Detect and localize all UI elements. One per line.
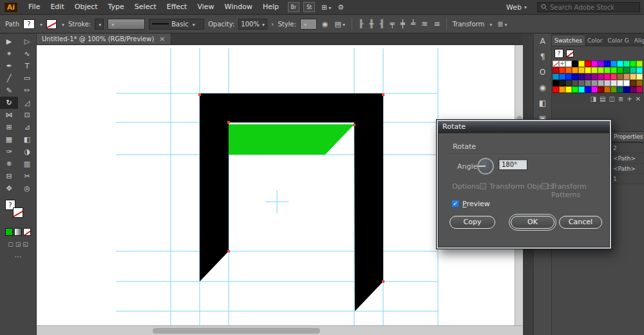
swatch[interactable] bbox=[630, 61, 636, 67]
copy-button[interactable]: Copy bbox=[450, 216, 495, 229]
swatch[interactable] bbox=[591, 80, 598, 86]
menu-edit[interactable]: Edit bbox=[45, 0, 69, 14]
tool-gradient[interactable]: ◧ bbox=[18, 133, 36, 146]
new-swatch-icon[interactable]: + bbox=[627, 95, 632, 102]
swatch[interactable] bbox=[598, 80, 604, 86]
document-tab[interactable]: Untitled-1* @ 100% (RGB/Preview) × bbox=[37, 34, 171, 44]
swatch[interactable] bbox=[553, 61, 559, 67]
anchor-point[interactable] bbox=[198, 93, 201, 96]
swatch-kind-icon[interactable]: ◫ bbox=[609, 95, 614, 102]
graphic-styles-panel-icon[interactable]: ◧ bbox=[534, 95, 551, 111]
swatch[interactable] bbox=[598, 73, 604, 80]
stroke-color-swatch[interactable] bbox=[46, 19, 57, 29]
paragraph-panel-icon[interactable]: ¶ bbox=[534, 49, 551, 64]
align-center-icon[interactable]: ╫ bbox=[368, 19, 375, 28]
menu-view[interactable]: View bbox=[192, 0, 219, 14]
recolor-artwork-icon[interactable]: ◉ bbox=[321, 20, 330, 28]
opentype-panel-icon[interactable]: O bbox=[534, 64, 551, 80]
tool-type[interactable]: T bbox=[18, 60, 36, 72]
swatch[interactable] bbox=[578, 80, 585, 86]
stock-search-box[interactable] bbox=[537, 2, 640, 12]
more-options-icon[interactable]: ≣ bbox=[496, 20, 508, 28]
swatch[interactable] bbox=[559, 86, 565, 93]
menu-effect[interactable]: Effect bbox=[162, 0, 193, 14]
swatch[interactable] bbox=[636, 67, 643, 73]
swatch[interactable] bbox=[578, 67, 585, 73]
color-button[interactable] bbox=[5, 228, 13, 236]
menu-type[interactable]: Type bbox=[103, 0, 129, 14]
swatch[interactable] bbox=[572, 73, 578, 80]
swatch[interactable] bbox=[572, 67, 578, 73]
dialog-title-bar[interactable]: Rotate bbox=[438, 121, 610, 133]
swatch[interactable] bbox=[559, 67, 565, 73]
fill-stroke-proxy[interactable]: ? bbox=[0, 200, 36, 222]
swatch[interactable] bbox=[630, 80, 636, 86]
swatch[interactable] bbox=[553, 86, 559, 93]
tool-eyedropper[interactable]: ✑ bbox=[0, 146, 18, 158]
anchor-point[interactable] bbox=[353, 124, 355, 126]
angle-input[interactable] bbox=[498, 159, 527, 170]
swatch[interactable] bbox=[591, 73, 598, 80]
preview-checkbox[interactable]: ✓ bbox=[451, 200, 459, 207]
tool-paintbrush[interactable]: ✎ bbox=[0, 84, 18, 97]
panel-tab-align[interactable]: Align bbox=[632, 35, 644, 46]
swatch[interactable] bbox=[565, 67, 572, 73]
swatch[interactable] bbox=[578, 61, 585, 67]
swatch[interactable] bbox=[591, 61, 598, 67]
swatch[interactable] bbox=[636, 86, 643, 93]
close-tab-icon[interactable]: × bbox=[159, 35, 165, 43]
swatch[interactable] bbox=[565, 80, 572, 86]
swatch[interactable] bbox=[572, 80, 578, 86]
toolbar-more-icon[interactable]: ⋯ bbox=[0, 253, 36, 261]
ok-button[interactable]: OK bbox=[511, 216, 554, 229]
shape-right-leg[interactable] bbox=[354, 93, 383, 311]
swatch[interactable]: ✛ bbox=[559, 61, 565, 67]
anchor-point[interactable] bbox=[227, 250, 230, 253]
swatch[interactable] bbox=[578, 73, 585, 80]
tool-lasso[interactable]: ∿ bbox=[18, 48, 36, 60]
character-panel-icon[interactable]: A bbox=[534, 34, 551, 49]
stroke-proxy-swatch[interactable] bbox=[13, 207, 23, 218]
delete-swatch-icon[interactable]: ✕ bbox=[636, 95, 641, 102]
swatch[interactable] bbox=[611, 61, 617, 67]
swatch[interactable] bbox=[553, 67, 559, 73]
swatch[interactable] bbox=[598, 61, 604, 67]
swatch[interactable] bbox=[591, 86, 598, 93]
appearance-panel-icon[interactable]: ◉ bbox=[534, 80, 551, 95]
current-fill-swatch[interactable]: ? bbox=[554, 49, 564, 58]
tab-properties[interactable]: Properties bbox=[611, 132, 644, 141]
width-profile-dropdown[interactable] bbox=[108, 19, 145, 30]
swatch[interactable] bbox=[623, 73, 630, 80]
swatch[interactable] bbox=[630, 73, 636, 80]
swatch[interactable] bbox=[611, 86, 617, 93]
tool-pencil[interactable]: ✏ bbox=[18, 84, 36, 97]
stock-button[interactable]: St bbox=[303, 2, 315, 12]
swatch[interactable] bbox=[572, 61, 578, 67]
brush-definition-dropdown[interactable]: Basic bbox=[149, 19, 204, 30]
swatch[interactable] bbox=[630, 67, 636, 73]
menu-window[interactable]: Window bbox=[220, 0, 258, 14]
swatch[interactable] bbox=[604, 67, 611, 73]
tool-magic-wand[interactable]: ✶ bbox=[0, 48, 18, 60]
tool-artboard[interactable]: ⊟ bbox=[0, 170, 18, 182]
swatch[interactable] bbox=[553, 73, 559, 80]
tool-mesh[interactable]: ▦ bbox=[0, 133, 18, 146]
fill-color-swatch[interactable]: ? bbox=[23, 19, 35, 29]
tool-pen[interactable]: ✒ bbox=[0, 60, 18, 72]
anchor-point[interactable] bbox=[227, 121, 230, 124]
stroke-width-stepper[interactable] bbox=[95, 19, 104, 30]
menu-file[interactable]: File bbox=[23, 0, 45, 14]
opacity-value-dropdown[interactable]: 100% bbox=[238, 19, 267, 30]
swatch[interactable] bbox=[636, 73, 643, 80]
swatch[interactable] bbox=[636, 80, 643, 86]
swatch[interactable] bbox=[585, 86, 591, 93]
tool-hand[interactable]: ✥ bbox=[0, 182, 18, 195]
swatch-themes-icon[interactable]: ▤ bbox=[600, 95, 605, 102]
swatch[interactable] bbox=[565, 61, 572, 67]
tool-direct-selection[interactable]: ▷ bbox=[18, 35, 36, 48]
tool-graph[interactable]: ▥ bbox=[18, 158, 36, 170]
tool-line-segment[interactable]: ╱ bbox=[0, 72, 18, 84]
tool-scale[interactable]: ◿ bbox=[18, 97, 36, 109]
swatch[interactable] bbox=[553, 80, 559, 86]
align-right-icon[interactable]: ╢ bbox=[378, 19, 385, 28]
